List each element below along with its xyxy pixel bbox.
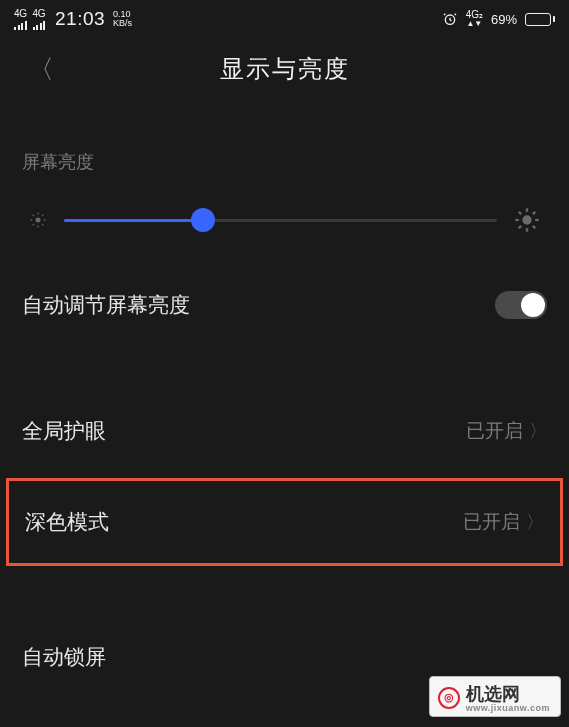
svg-line-7 — [42, 224, 43, 225]
status-right: 4G₂ ▲▼ 69% — [442, 10, 555, 28]
auto-brightness-label: 自动调节屏幕亮度 — [22, 291, 190, 319]
auto-lock-label: 自动锁屏 — [22, 643, 106, 671]
brightness-high-icon — [513, 206, 541, 234]
watermark: ◎ 机选网 www.jixuanw.com — [429, 676, 561, 717]
brightness-slider-thumb[interactable] — [191, 208, 215, 232]
eye-protect-value: 已开启 — [466, 418, 523, 444]
watermark-url: www.jixuanw.com — [466, 704, 550, 713]
network-indicator: 4G₂ ▲▼ — [466, 10, 483, 28]
svg-point-1 — [36, 218, 41, 223]
svg-line-8 — [33, 224, 34, 225]
eye-protect-row[interactable]: 全局护眼 已开启 〉 — [0, 390, 569, 472]
brightness-slider[interactable] — [64, 219, 497, 222]
net-speed-unit: KB/s — [113, 19, 132, 28]
eye-protect-value-wrap: 已开启 〉 — [466, 418, 547, 444]
back-button[interactable]: 〈 — [28, 56, 54, 82]
svg-line-9 — [42, 215, 43, 216]
chevron-right-icon: 〉 — [526, 510, 544, 534]
dark-mode-value-wrap: 已开启 〉 — [463, 509, 544, 535]
battery-percent: 69% — [491, 12, 517, 27]
battery-icon — [525, 13, 555, 26]
brightness-slider-fill — [64, 219, 203, 222]
dark-mode-label: 深色模式 — [25, 508, 109, 536]
page-header: 〈 显示与亮度 — [0, 36, 569, 116]
watermark-logo-icon: ◎ — [438, 687, 460, 709]
svg-point-10 — [522, 215, 531, 224]
svg-line-16 — [533, 226, 535, 228]
eye-protect-label: 全局护眼 — [22, 417, 106, 445]
status-left: 4G 4G 21:03 0.10 KB/s — [14, 8, 132, 30]
chevron-right-icon: 〉 — [529, 419, 547, 443]
signal-1-label: 4G — [14, 9, 26, 19]
dark-mode-value: 已开启 — [463, 509, 520, 535]
status-bar: 4G 4G 21:03 0.10 KB/s 4G₂ ▲▼ 69% — [0, 0, 569, 36]
signal-1: 4G — [14, 9, 27, 30]
signal-bars-icon — [14, 20, 27, 30]
clock-time: 21:03 — [55, 8, 105, 30]
auto-brightness-toggle[interactable] — [495, 291, 547, 319]
net-speed: 0.10 KB/s — [113, 10, 132, 28]
auto-brightness-row[interactable]: 自动调节屏幕亮度 — [0, 264, 569, 346]
signal-bars-icon — [33, 20, 46, 30]
dark-mode-highlight: 深色模式 已开启 〉 — [6, 478, 563, 566]
brightness-slider-row — [0, 188, 569, 264]
signal-2: 4G — [33, 9, 46, 30]
brightness-low-icon — [28, 210, 48, 230]
brightness-section-label: 屏幕亮度 — [0, 116, 569, 188]
page-title: 显示与亮度 — [220, 53, 350, 85]
dark-mode-row[interactable]: 深色模式 已开启 〉 — [9, 481, 560, 563]
alarm-icon — [442, 11, 458, 27]
signal-2-label: 4G — [33, 9, 45, 19]
svg-line-17 — [519, 226, 521, 228]
watermark-brand: 机选网 — [466, 684, 520, 704]
toggle-knob — [521, 293, 545, 317]
svg-line-18 — [533, 212, 535, 214]
svg-line-6 — [33, 215, 34, 216]
svg-line-15 — [519, 212, 521, 214]
